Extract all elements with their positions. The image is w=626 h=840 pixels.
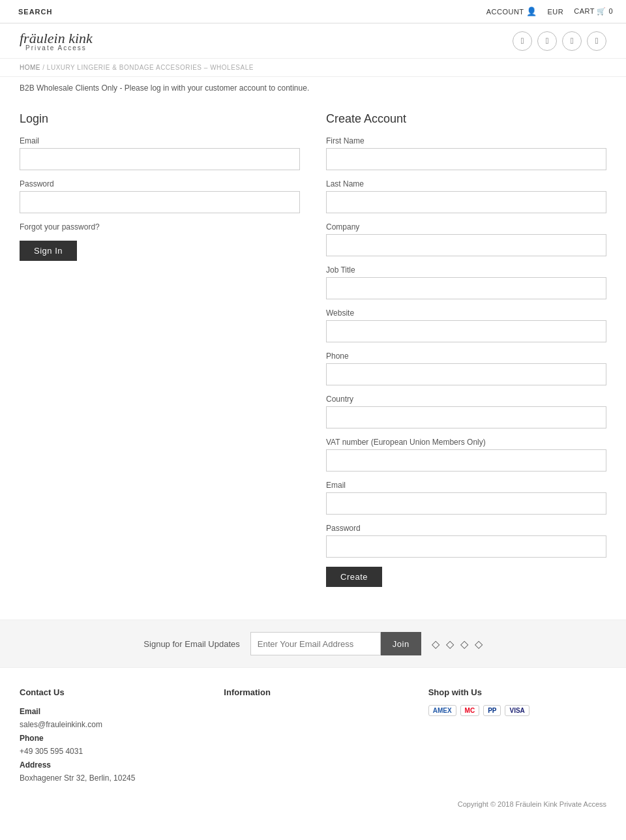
- notice-text: B2B Wholesale Clients Only - Please log …: [20, 83, 309, 93]
- paypal-icon: PP: [483, 705, 501, 716]
- create-jobtitle-group: Job Title: [326, 265, 606, 299]
- create-firstname-label: First Name: [326, 136, 606, 145]
- login-title: Login: [20, 112, 300, 126]
- create-vat-label: VAT number (European Union Members Only): [326, 438, 606, 447]
- main-content: Login Email Password Forgot your passwor…: [0, 99, 626, 600]
- top-bar: SEARCH ACCOUNT 👤 EUR CART 🛒 0: [0, 0, 626, 23]
- contact-address-value: Boxhagener Str 32, Berlin, 10245: [20, 772, 198, 785]
- create-password-group: Password: [326, 524, 606, 558]
- contact-us-title: Contact Us: [20, 687, 198, 697]
- footer-facebook-icon[interactable]: ◇: [432, 638, 440, 650]
- create-vat-group: VAT number (European Union Members Only): [326, 438, 606, 472]
- create-website-group: Website: [326, 308, 606, 342]
- create-password-input[interactable]: [326, 535, 606, 558]
- create-country-group: Country: [326, 395, 606, 428]
- sign-in-button[interactable]: Sign In: [20, 241, 77, 261]
- copyright: Copyright © 2018 Fräulein Kink Private A…: [0, 795, 626, 818]
- notice-bar: B2B Wholesale Clients Only - Please log …: [0, 77, 626, 99]
- forgot-password-link[interactable]: Forgot your password?: [20, 222, 300, 232]
- top-bar-left: SEARCH: [13, 8, 57, 16]
- create-company-group: Company: [326, 222, 606, 256]
- create-phone-label: Phone: [326, 352, 606, 361]
- amex-icon: AMEX: [428, 705, 456, 716]
- footer-columns: Contact Us Email sales@frauleinkink.com …: [0, 667, 626, 795]
- contact-phone-label: Phone: [20, 734, 44, 743]
- visa-icon: VISA: [505, 705, 529, 716]
- login-section: Login Email Password Forgot your passwor…: [20, 112, 300, 587]
- footer-twitter-icon[interactable]: ◇: [446, 638, 454, 650]
- header-facebook-icon[interactable]: : [513, 31, 532, 51]
- logo[interactable]: fräulein kink Private Access: [20, 30, 93, 52]
- login-password-label: Password: [20, 179, 300, 188]
- shop-with-us-column: Shop with Us AMEX MC PP VISA: [428, 687, 606, 785]
- login-password-input[interactable]: [20, 191, 300, 213]
- create-account-section: Create Account First Name Last Name Comp…: [326, 112, 606, 587]
- email-signup-form: Join: [250, 632, 421, 655]
- email-signup-bar: Signup for Email Updates Join ◇ ◇ ◇ ◇: [0, 620, 626, 667]
- create-firstname-input[interactable]: [326, 148, 606, 170]
- create-jobtitle-input[interactable]: [326, 277, 606, 299]
- create-firstname-group: First Name: [326, 136, 606, 170]
- create-vat-input[interactable]: [326, 449, 606, 472]
- mastercard-icon: MC: [460, 705, 480, 716]
- contact-phone-value: +49 305 595 4031: [20, 745, 198, 758]
- contact-email-label: Email: [20, 707, 40, 716]
- footer-social-icons: ◇ ◇ ◇ ◇: [432, 638, 483, 650]
- create-email-group: Email: [326, 481, 606, 515]
- signup-label: Signup for Email Updates: [143, 639, 239, 649]
- breadcrumb-category: LUXURY LINGERIE & BONDAGE ACCESORIES – W…: [47, 64, 254, 71]
- header-instagram-icon[interactable]: : [587, 31, 606, 51]
- create-lastname-group: Last Name: [326, 179, 606, 213]
- create-jobtitle-label: Job Title: [326, 265, 606, 275]
- information-column: Information: [224, 687, 402, 785]
- join-button[interactable]: Join: [381, 632, 421, 655]
- top-bar-right: ACCOUNT 👤 EUR CART 🛒 0: [486, 7, 613, 16]
- create-website-input[interactable]: [326, 320, 606, 342]
- payment-icons: AMEX MC PP VISA: [428, 705, 606, 716]
- cart-count: 0: [608, 7, 613, 15]
- create-company-label: Company: [326, 222, 606, 232]
- login-email-label: Email: [20, 136, 300, 145]
- login-password-group: Password: [20, 179, 300, 213]
- contact-email-value: sales@frauleinkink.com: [20, 718, 198, 731]
- logo-subtitle: Private Access: [20, 44, 93, 52]
- account-icon: 👤: [526, 7, 537, 16]
- create-website-label: Website: [326, 308, 606, 318]
- create-lastname-input[interactable]: [326, 191, 606, 213]
- header-social-icons:    : [513, 31, 606, 51]
- breadcrumb: HOME / LUXURY LINGERIE & BONDAGE ACCESOR…: [0, 59, 626, 77]
- header-pinterest-icon[interactable]: : [562, 31, 582, 51]
- create-email-input[interactable]: [326, 492, 606, 515]
- email-signup-input[interactable]: [250, 632, 381, 655]
- create-company-input[interactable]: [326, 234, 606, 256]
- create-email-label: Email: [326, 481, 606, 490]
- create-country-label: Country: [326, 395, 606, 404]
- header-twitter-icon[interactable]: : [537, 31, 557, 51]
- footer-pinterest-icon[interactable]: ◇: [460, 638, 468, 650]
- currency-selector[interactable]: EUR: [547, 8, 563, 16]
- create-account-button[interactable]: Create: [326, 567, 382, 587]
- create-country-input[interactable]: [326, 406, 606, 428]
- account-link[interactable]: ACCOUNT 👤: [486, 7, 537, 16]
- shop-with-us-title: Shop with Us: [428, 687, 606, 697]
- information-title: Information: [224, 687, 402, 697]
- contact-us-column: Contact Us Email sales@frauleinkink.com …: [20, 687, 198, 785]
- create-account-title: Create Account: [326, 112, 606, 126]
- create-phone-input[interactable]: [326, 363, 606, 385]
- footer-instagram-icon[interactable]: ◇: [475, 638, 483, 650]
- create-lastname-label: Last Name: [326, 179, 606, 188]
- login-email-input[interactable]: [20, 148, 300, 170]
- login-email-group: Email: [20, 136, 300, 170]
- create-password-label: Password: [326, 524, 606, 533]
- search-button[interactable]: SEARCH: [13, 8, 57, 16]
- logo-bar: fräulein kink Private Access    : [0, 23, 626, 59]
- cart-link[interactable]: CART 🛒 0: [574, 7, 613, 16]
- contact-address-label: Address: [20, 760, 51, 770]
- breadcrumb-home[interactable]: HOME: [20, 64, 40, 71]
- create-phone-group: Phone: [326, 352, 606, 385]
